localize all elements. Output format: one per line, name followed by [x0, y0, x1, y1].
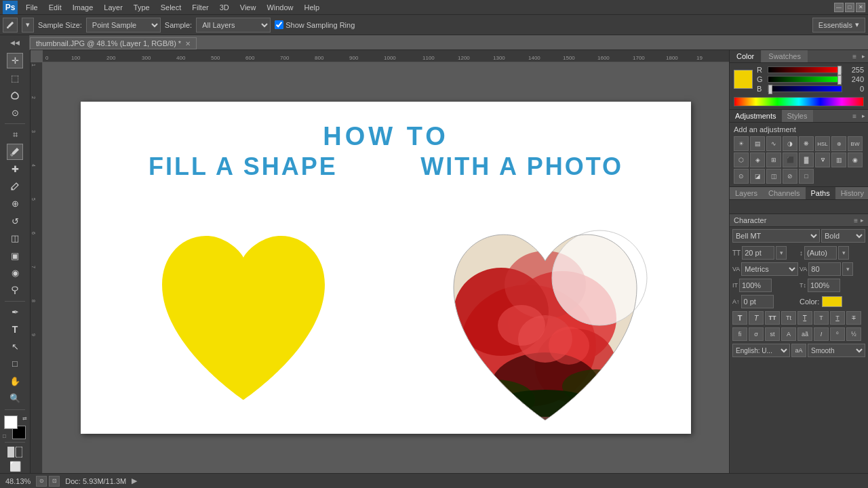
- foreground-color-box[interactable]: [4, 415, 18, 429]
- underline-btn[interactable]: T: [830, 311, 845, 325]
- language-select[interactable]: English: U...: [732, 344, 790, 357]
- text-color-swatch[interactable]: [822, 296, 842, 307]
- gradient-tool[interactable]: ▣: [7, 247, 23, 263]
- quick-select-tool[interactable]: ⊙: [7, 104, 23, 120]
- move-tool[interactable]: ✛: [7, 53, 23, 68]
- color-panel-options[interactable]: ≡: [850, 52, 859, 62]
- menu-image[interactable]: Image: [67, 2, 99, 13]
- photo-filter-icon[interactable]: ⬡: [734, 152, 749, 167]
- history-tab[interactable]: History: [835, 187, 868, 199]
- subscript-btn[interactable]: T: [814, 311, 829, 325]
- sample-size-select[interactable]: Point Sample: [86, 18, 161, 33]
- leading-input[interactable]: [804, 246, 837, 260]
- tracking-dropdown[interactable]: ▾: [842, 262, 853, 276]
- brightness-contrast-icon[interactable]: ☀: [734, 136, 749, 151]
- adjustments-tab[interactable]: Adjustments: [730, 110, 782, 122]
- font-style-select[interactable]: Bold: [821, 229, 865, 243]
- dodge-tool[interactable]: [7, 282, 23, 298]
- window-minimize[interactable]: —: [834, 3, 844, 12]
- healing-tool[interactable]: ✚: [7, 161, 23, 177]
- levels-icon[interactable]: ▤: [750, 136, 765, 151]
- hand-tool[interactable]: ✋: [7, 373, 23, 389]
- shape-tool[interactable]: □: [7, 356, 23, 371]
- ligature-btn[interactable]: fi: [732, 327, 747, 341]
- document-close-btn[interactable]: ✕: [185, 40, 191, 47]
- path-select-tool[interactable]: ↖: [7, 339, 23, 354]
- curves-icon[interactable]: ∿: [766, 136, 781, 151]
- eyedropper-tool[interactable]: [7, 144, 23, 159]
- status-arrow[interactable]: ▶: [132, 476, 137, 485]
- leading-dropdown[interactable]: ▾: [838, 246, 849, 260]
- swatches-tab[interactable]: Swatches: [762, 50, 808, 62]
- color-spectrum[interactable]: [734, 97, 864, 106]
- baseline-input[interactable]: [741, 295, 774, 308]
- status-icon2[interactable]: ⊡: [49, 476, 60, 487]
- document-tab[interactable]: thumbnail.JPG @ 48.1% (Layer 1, RGB/8) *…: [30, 37, 197, 49]
- faux-italic-btn[interactable]: T: [749, 311, 764, 325]
- sample-layers-select[interactable]: All Layers: [196, 18, 271, 33]
- menu-type[interactable]: Type: [128, 2, 155, 13]
- stylistic-alt-btn[interactable]: aã: [797, 327, 812, 341]
- h-scale-input[interactable]: [739, 279, 772, 292]
- tool-options-dropdown[interactable]: ▾: [22, 18, 34, 33]
- font-size-input[interactable]: [742, 246, 774, 260]
- crop-tool[interactable]: ⌗: [7, 127, 23, 142]
- menu-help[interactable]: Help: [299, 2, 326, 13]
- adj-icon-b[interactable]: ◪: [750, 169, 765, 184]
- adj-icon-e[interactable]: □: [799, 169, 814, 184]
- lasso-tool[interactable]: [7, 87, 23, 103]
- swap-colors-icon[interactable]: ⇄: [22, 415, 27, 422]
- pen-tool[interactable]: ✒: [7, 304, 23, 320]
- show-sampling-ring-label[interactable]: Show Sampling Ring: [275, 20, 355, 29]
- adj-icon-d[interactable]: ⊘: [783, 169, 797, 184]
- window-close[interactable]: ✕: [856, 3, 865, 12]
- collapse-panel-btn[interactable]: ◀◀: [0, 35, 30, 50]
- eraser-tool[interactable]: ◫: [7, 230, 23, 246]
- superscript-btn[interactable]: T̲: [797, 311, 812, 325]
- menu-view[interactable]: View: [235, 2, 262, 13]
- g-slider[interactable]: [768, 76, 842, 83]
- color-panel-expand[interactable]: ▸: [859, 52, 868, 61]
- layers-tab[interactable]: Layers: [730, 187, 763, 199]
- type-tool[interactable]: T: [7, 321, 23, 337]
- blur-tool[interactable]: ◉: [7, 265, 23, 281]
- standard-ligature-btn[interactable]: σ: [749, 327, 764, 341]
- menu-select[interactable]: Select: [155, 2, 187, 13]
- kerning-select[interactable]: Metrics: [741, 262, 798, 276]
- ordinals-btn[interactable]: ⁰: [830, 327, 845, 341]
- marquee-tool[interactable]: ⬚: [7, 70, 23, 85]
- color-swatch-box[interactable]: [734, 70, 753, 89]
- menu-window[interactable]: Window: [261, 2, 298, 13]
- tracking-input[interactable]: [808, 262, 841, 276]
- r-slider[interactable]: [768, 66, 842, 73]
- adj-icon-a[interactable]: ⊙: [734, 169, 749, 184]
- adj-icon-c[interactable]: ◫: [766, 169, 781, 184]
- adj-panel-expand[interactable]: ▸: [859, 111, 868, 121]
- selective-color-icon[interactable]: ◉: [848, 152, 863, 167]
- titling-btn[interactable]: I: [814, 327, 829, 341]
- all-caps-btn[interactable]: TT: [765, 311, 780, 325]
- styles-tab[interactable]: Styles: [782, 110, 813, 122]
- small-caps-btn[interactable]: Tt: [781, 311, 796, 325]
- bw-icon[interactable]: BW: [848, 136, 863, 151]
- b-slider[interactable]: [768, 85, 842, 92]
- fractions-btn[interactable]: ½: [846, 327, 861, 341]
- status-icon1[interactable]: ⊙: [36, 476, 47, 487]
- channels-tab[interactable]: Channels: [763, 187, 805, 199]
- threshold-icon[interactable]: ⛛: [815, 152, 830, 167]
- exposure-icon[interactable]: ◑: [783, 136, 797, 151]
- menu-file[interactable]: File: [20, 2, 43, 13]
- color-balance-icon[interactable]: ⊕: [831, 136, 846, 151]
- strikethrough-btn[interactable]: T: [846, 311, 861, 325]
- quick-mask-btn[interactable]: [5, 445, 25, 459]
- window-maximize[interactable]: □: [845, 3, 854, 12]
- old-style-btn[interactable]: A: [781, 327, 796, 341]
- color-tab[interactable]: Color: [730, 50, 762, 62]
- faux-bold-btn[interactable]: T: [732, 311, 747, 325]
- hsl-icon[interactable]: HSL: [815, 136, 830, 151]
- default-colors-icon[interactable]: □: [3, 433, 6, 439]
- char-panel-options[interactable]: ≡: [854, 217, 858, 224]
- font-size-dropdown[interactable]: ▾: [776, 246, 787, 260]
- menu-edit[interactable]: Edit: [43, 2, 67, 13]
- posterize-icon[interactable]: ▓: [799, 152, 814, 167]
